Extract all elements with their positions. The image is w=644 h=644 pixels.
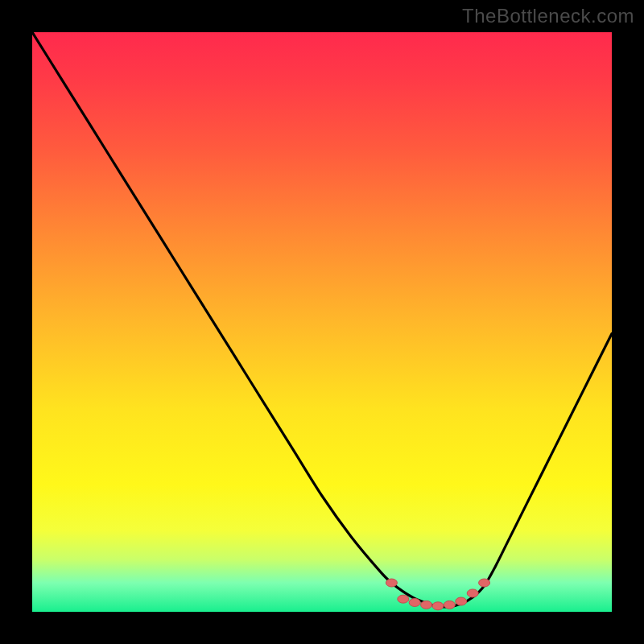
watermark-text: TheBottleneck.com xyxy=(462,5,634,27)
flat-region-dots xyxy=(386,579,489,610)
chart-stage: TheBottleneck.com xyxy=(0,0,644,644)
plot-area xyxy=(32,32,612,612)
dot-marker xyxy=(456,597,467,605)
dot-marker xyxy=(398,595,409,603)
dot-marker xyxy=(444,601,455,609)
dot-marker xyxy=(432,602,444,610)
dot-marker xyxy=(386,579,397,587)
dot-marker xyxy=(467,589,478,597)
dot-marker xyxy=(421,601,432,609)
dots-layer xyxy=(32,32,612,612)
dot-marker xyxy=(479,579,490,587)
dot-marker xyxy=(409,598,420,606)
